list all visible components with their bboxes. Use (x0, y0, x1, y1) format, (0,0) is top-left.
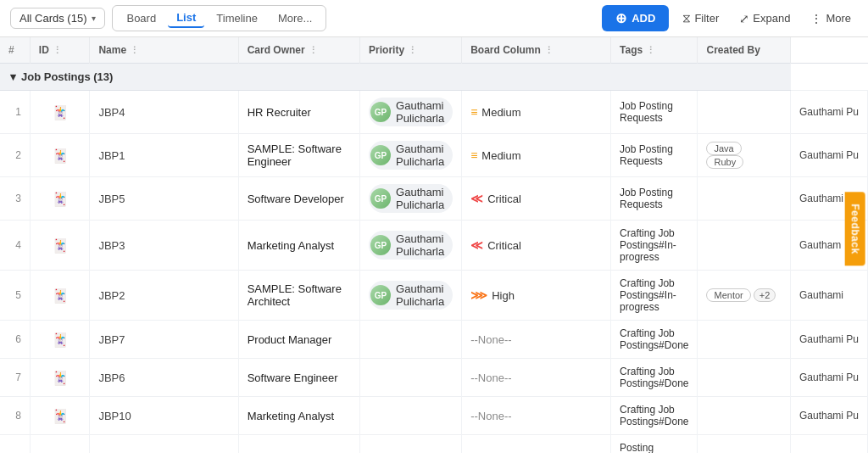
expand-button[interactable]: ⤢ Expand (732, 8, 797, 29)
table-row[interactable]: 1🃏JBP4HR Recruiter GP Gauthami Pulicharl… (0, 91, 868, 134)
card-priority: ≪ Critical (462, 221, 611, 271)
card-name[interactable]: SAMPLE: Software Architect (238, 271, 359, 321)
avatar: GP (370, 235, 391, 255)
card-id: JBP7 (90, 321, 238, 359)
row-number: 3 (0, 177, 30, 221)
table-row[interactable]: 4🃏JBP3Marketing Analyst GP Gauthami Puli… (0, 221, 868, 271)
owner-name: Gauthami Pulicharla (396, 232, 444, 258)
tag-item[interactable]: Mentor (706, 288, 750, 302)
card-id: JBP1 (90, 134, 238, 177)
card-owner: GP Gauthami Pulicharla (360, 177, 462, 221)
card-name[interactable]: Marketing Analyst (238, 397, 359, 435)
drag-icon: ⋮ (544, 45, 554, 56)
card-icon: 🃏 (52, 238, 69, 253)
priority-label: High (492, 289, 515, 302)
row-number: 1 (0, 91, 30, 134)
table-row[interactable]: 5🃏JBP2SAMPLE: Software Architect GP Gaut… (0, 271, 868, 321)
card-id: JBP5 (90, 177, 238, 221)
card-icon-cell: 🃏 (30, 134, 90, 177)
row-number: 2 (0, 134, 30, 177)
priority-label: Medium (481, 149, 520, 162)
drag-icon: ⋮ (309, 45, 318, 56)
card-icon-cell: 🃏 (30, 221, 90, 271)
board-column: Job Posting Requests (611, 177, 698, 221)
card-tags (698, 177, 790, 221)
card-icon: 🃏 (52, 409, 69, 423)
table-row[interactable]: 6🃏JBP7Product Manager--None--Crafting Jo… (0, 321, 868, 359)
add-button[interactable]: ⊕ ADD (602, 5, 669, 31)
view-tabs: Board List Timeline More... (112, 5, 326, 31)
owner-name: Gauthami Pulicharla (396, 282, 444, 308)
priority-label: --None-- (470, 410, 511, 422)
table-row[interactable]: 7🃏JBP6Software Engineer--None--Crafting … (0, 359, 868, 397)
tag-plus[interactable]: +2 (754, 288, 776, 302)
card-priority: ≡ Medium (462, 134, 611, 177)
created-by: Gauthami Pu (790, 321, 867, 359)
created-by: Gauthami Pu (790, 359, 867, 397)
expand-label: Expand (753, 12, 790, 25)
card-name[interactable]: SAMPLE: Software Engineer (238, 134, 359, 177)
card-owner (360, 435, 462, 454)
card-name[interactable]: Product Manager (238, 321, 359, 359)
filter-button[interactable]: ⧖ Filter (676, 8, 726, 29)
cards-dropdown[interactable]: All Cards (15) ▾ (10, 8, 105, 29)
owner-pill: GP Gauthami Pulicharla (369, 184, 453, 213)
medium-priority-icon: ≡ (470, 105, 477, 119)
col-priority: Priority ⋮ (360, 37, 462, 64)
card-id: JBP3 (90, 221, 238, 271)
cards-table: # ID ⋮ Name ⋮ Card Owner (0, 37, 868, 453)
medium-priority-icon: ≡ (470, 148, 477, 162)
tab-board[interactable]: Board (118, 9, 164, 27)
card-priority: --None-- (462, 397, 611, 435)
table-row[interactable]: 2🃏JBP1SAMPLE: Software Engineer GP Gauth… (0, 134, 868, 177)
card-name[interactable]: Marketing Analyst (238, 221, 359, 271)
priority-label: Medium (481, 106, 520, 119)
tag-item[interactable]: Ruby (706, 155, 743, 169)
feedback-tab[interactable]: Feedback (844, 192, 865, 265)
card-priority: --None-- (462, 321, 611, 359)
card-icon: 🃏 (52, 148, 69, 163)
tab-list[interactable]: List (168, 8, 204, 28)
table-header: # ID ⋮ Name ⋮ Card Owner (0, 37, 868, 64)
table-row[interactable]: 9🃏JBP13Finance analyst--None--Posting Jo… (0, 435, 868, 454)
plus-icon: ⊕ (615, 10, 626, 26)
card-tags (698, 221, 790, 271)
card-id: JBP10 (90, 397, 238, 435)
row-number: 4 (0, 221, 30, 271)
card-name[interactable]: HR Recruiter (238, 91, 359, 134)
table-row[interactable]: 8🃏JBP10Marketing Analyst--None--Crafting… (0, 397, 868, 435)
owner-name: Gauthami Pulicharla (396, 99, 444, 125)
table-row[interactable]: 3🃏JBP5Software Developer GP Gauthami Pul… (0, 177, 868, 221)
more-button[interactable]: ⋮ More (804, 8, 858, 29)
row-number: 7 (0, 359, 30, 397)
group-header: ▾ Job Postings (13) (0, 64, 868, 91)
tab-timeline[interactable]: Timeline (208, 9, 266, 27)
top-navigation: All Cards (15) ▾ Board List Timeline Mor… (0, 0, 868, 37)
card-name[interactable]: Finance analyst (238, 435, 359, 454)
tab-more[interactable]: More... (270, 9, 320, 27)
card-priority: --None-- (462, 359, 611, 397)
chevron-down-icon: ▾ (92, 14, 96, 23)
board-column: Job Posting Requests (611, 134, 698, 177)
cards-label: All Cards (15) (19, 12, 86, 25)
card-owner (360, 321, 462, 359)
owner-pill: GP Gauthami Pulicharla (369, 141, 453, 170)
card-owner: GP Gauthami Pulicharla (360, 271, 462, 321)
card-name[interactable]: Software Developer (238, 177, 359, 221)
critical-priority-icon: ≪ (470, 238, 483, 252)
created-by: Gauthami Pu (790, 91, 867, 134)
tag-item[interactable]: Java (706, 142, 741, 155)
card-tags (698, 91, 790, 134)
card-name[interactable]: Software Engineer (238, 359, 359, 397)
card-icon-cell: 🃏 (30, 271, 90, 321)
chevron-down-icon[interactable]: ▾ (10, 70, 16, 83)
card-priority: --None-- (462, 435, 611, 454)
owner-pill: GP Gauthami Pulicharla (369, 281, 453, 310)
drag-icon: ⋮ (646, 45, 655, 56)
card-owner: GP Gauthami Pulicharla (360, 91, 462, 134)
card-tags (698, 397, 790, 435)
col-owner: Card Owner ⋮ (238, 37, 359, 64)
card-priority: ⋙ High (462, 271, 611, 321)
card-tags (698, 321, 790, 359)
table-container: # ID ⋮ Name ⋮ Card Owner (0, 37, 868, 453)
